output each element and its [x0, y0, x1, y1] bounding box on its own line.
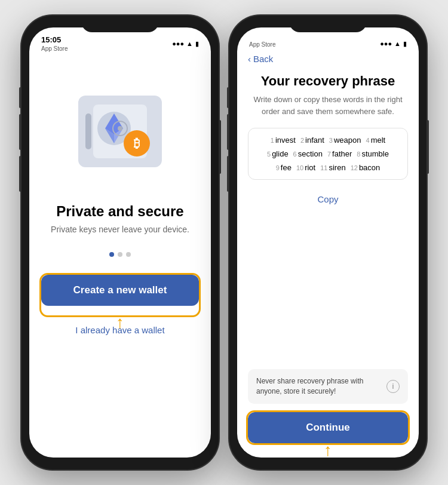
phrase-row-3: 9 fee 10 riot 11 siren 12 — [256, 163, 400, 172]
safe-illustration: ₿ — [60, 66, 180, 185]
status-icons-2: ●●● ▲ ▮ — [380, 40, 407, 48]
recovery-title: Your recovery phrase — [248, 73, 408, 89]
phrase-grid: 1 invest 2 infant 3 weapon 4 — [248, 128, 408, 180]
copy-button[interactable]: Copy — [248, 189, 408, 209]
continue-wrapper: Continue ↑ — [248, 412, 408, 443]
phrase-row-1: 1 invest 2 infant 3 weapon 4 — [256, 136, 400, 145]
chevron-left-icon: ‹ — [248, 54, 251, 64]
arrow-up-icon: ↑ — [116, 313, 124, 332]
word-10: 10 riot — [296, 163, 315, 172]
word-6: 6 section — [293, 149, 323, 158]
phone-1: 15:05 App Store ●●● ▲ ▮ — [22, 16, 219, 469]
word-2: 2 infant — [300, 136, 324, 145]
warning-box: Never share recovery phrase with anyone,… — [248, 369, 408, 404]
signal-icon-2: ●●● — [380, 40, 392, 47]
back-label: Back — [253, 54, 273, 64]
svg-rect-2 — [85, 113, 91, 149]
time-display: 15:05 — [41, 35, 67, 44]
svg-text:₿: ₿ — [134, 137, 140, 150]
phrase-row-2: 5 glide 6 section 7 father 8 — [256, 149, 400, 158]
word-9: 9 fee — [276, 163, 291, 172]
phone-2-content: ‹ Back Your recovery phrase Write down o… — [237, 54, 419, 458]
word-5: 5 glide — [267, 149, 289, 158]
status-icons-1: ●●● ▲ ▮ — [172, 40, 199, 48]
word-7: 7 father — [327, 149, 352, 158]
app-store-label-1: App Store — [41, 45, 67, 52]
signal-icon: ●●● — [172, 40, 184, 47]
create-wallet-wrapper: Create a new wallet ↑ — [41, 275, 199, 315]
phone-1-title: Private and secure — [56, 203, 183, 220]
notch-1 — [81, 16, 159, 32]
word-4: 4 melt — [366, 136, 386, 145]
phone-2: App Store ●●● ▲ ▮ ‹ Back Your recovery p… — [229, 16, 426, 469]
create-new-wallet-button[interactable]: Create a new wallet — [41, 275, 199, 306]
phone-1-subtitle: Private keys never leave your device. — [51, 225, 189, 234]
word-12: 12 bacon — [351, 163, 381, 172]
wifi-icon: ▲ — [186, 40, 193, 47]
arrow-up-icon-2: ↑ — [324, 441, 332, 458]
dot-3 — [126, 252, 131, 257]
phone-1-screen: 15:05 App Store ●●● ▲ ▮ — [29, 27, 211, 458]
wifi-icon-2: ▲ — [394, 40, 401, 47]
battery-icon: ▮ — [195, 40, 199, 48]
battery-icon-2: ▮ — [403, 40, 407, 48]
word-3: 3 weapon — [329, 136, 361, 145]
phone-1-content: ₿ Private and secure Private keys never … — [29, 54, 211, 458]
scene: 15:05 App Store ●●● ▲ ▮ — [0, 0, 448, 485]
notch-2 — [289, 16, 367, 32]
dot-2 — [118, 252, 122, 257]
continue-button[interactable]: Continue — [248, 412, 408, 443]
word-8: 8 stumble — [357, 149, 389, 158]
page-dots — [109, 252, 131, 257]
warning-text: Never share recovery phrase with anyone,… — [256, 376, 381, 397]
recovery-subtitle: Write down or copy these words in the ri… — [248, 94, 408, 117]
phone-2-screen: App Store ●●● ▲ ▮ ‹ Back Your recovery p… — [237, 27, 419, 458]
app-store-label-2: App Store — [249, 41, 275, 48]
back-button[interactable]: ‹ Back — [248, 54, 408, 64]
info-icon[interactable]: i — [386, 380, 400, 393]
word-1: 1 invest — [271, 136, 296, 145]
dot-1 — [109, 252, 114, 257]
word-11: 11 siren — [320, 163, 345, 172]
spacer — [248, 215, 408, 369]
svg-point-10 — [118, 126, 122, 131]
